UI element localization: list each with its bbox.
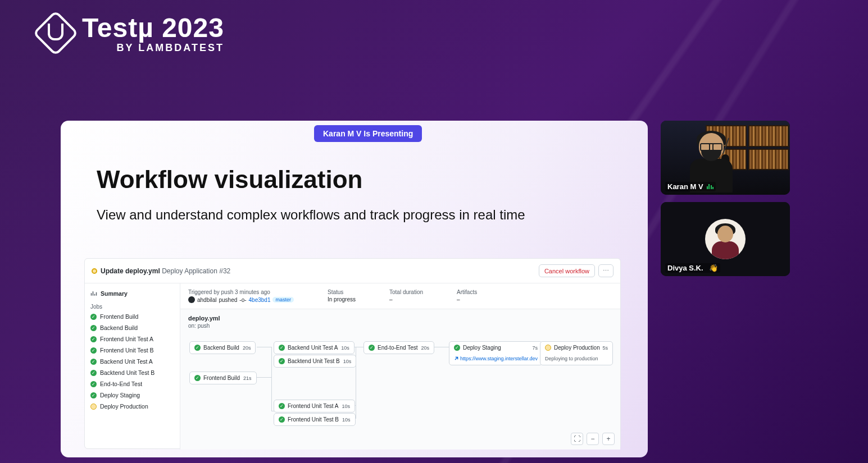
actor-avatar — [188, 296, 195, 303]
workflow-graph[interactable]: deploy.yml on: push — [180, 309, 620, 450]
check-icon: ✓ — [90, 370, 97, 376]
sidebar-job-item[interactable]: ✓Frontend Unit Test B — [90, 345, 174, 356]
check-icon: ✓ — [90, 325, 97, 331]
sidebar-job-item[interactable]: ✓Backtend Unit Test B — [90, 367, 174, 378]
graph-icon — [90, 290, 97, 297]
zoom-out-button[interactable]: − — [587, 433, 599, 445]
actor-action: pushed — [219, 297, 237, 303]
check-icon: ✓ — [279, 416, 285, 423]
connector-line — [434, 347, 449, 347]
actor-name[interactable]: ahdbilal — [197, 297, 216, 303]
connector-line — [257, 377, 271, 378]
job-label: Deploy Production — [100, 403, 148, 410]
node-label: Deploy Staging — [463, 345, 501, 351]
fit-button[interactable]: ⛶ — [571, 433, 583, 445]
sidebar-summary[interactable]: Summary — [90, 288, 174, 300]
check-icon: ✓ — [90, 336, 97, 342]
sidebar-job-item[interactable]: ✓Backend Build — [90, 322, 174, 333]
sidebar-job-item[interactable]: ✓Deploy Staging — [90, 389, 174, 401]
job-label: Backend Unit Test A — [100, 358, 153, 365]
sidebar-job-item[interactable]: ✓Backend Unit Test A — [90, 356, 174, 367]
duration-label: Total duration — [389, 289, 423, 295]
run-header: Update deploy.yml Deploy Application #32… — [85, 259, 620, 283]
node-backend-build[interactable]: ✓Backend Build 20s — [189, 341, 256, 354]
check-icon: ✓ — [90, 347, 97, 354]
node-duration: 10s — [341, 345, 349, 351]
job-label: End-to-End Test — [100, 381, 142, 387]
slide-title: Workflow visualization — [97, 166, 612, 194]
sidebar-job-item[interactable]: ✓Frontend Unit Test A — [90, 333, 174, 345]
artifacts-label: Artifacts — [457, 289, 477, 295]
external-link-icon — [454, 356, 458, 361]
lambdatest-logo-icon — [33, 10, 79, 56]
cancel-workflow-button[interactable]: Cancel workflow — [539, 264, 595, 277]
check-icon: ✓ — [194, 345, 201, 351]
node-label: Frontend Unit Test A — [288, 403, 338, 409]
check-icon: ✓ — [90, 392, 97, 398]
run-menu-button[interactable]: ⋯ — [598, 264, 613, 277]
check-icon: ✓ — [90, 359, 97, 365]
job-label: Backtend Unit Test B — [100, 369, 154, 376]
check-icon: ✓ — [194, 375, 201, 381]
node-frontend-ut-b[interactable]: ✓Frontend Unit Test B 10s — [274, 413, 356, 426]
node-frontend-ut-a[interactable]: ✓Frontend Unit Test A 10s — [274, 400, 355, 412]
node-duration: 21s — [243, 375, 252, 381]
avatar — [705, 219, 746, 259]
node-duration: 10s — [342, 404, 350, 409]
triggered-label: Triggered by push 3 minutes ago — [188, 289, 294, 295]
node-duration: 20s — [243, 345, 251, 351]
node-label: Deploy Production — [554, 345, 600, 351]
node-frontend-build[interactable]: ✓Frontend Build 21s — [189, 372, 257, 384]
duration-value: – — [389, 296, 423, 302]
run-meta: Triggered by push 3 minutes ago ahdbilal… — [180, 283, 620, 309]
pending-icon — [545, 345, 551, 351]
node-label: Backtend Unit Test B — [288, 358, 340, 364]
workflow-trigger: on: push — [188, 323, 612, 329]
node-duration: 10s — [342, 417, 351, 423]
workflow-file: deploy.yml — [188, 315, 612, 322]
check-icon: ✓ — [454, 345, 460, 351]
pending-icon — [90, 404, 97, 410]
participant-tile-host[interactable]: Divya S.K. 👋 — [661, 202, 790, 276]
connector-line — [356, 347, 363, 347]
wave-emoji: 👋 — [709, 264, 718, 272]
job-label: Frontend Unit Test B — [100, 347, 154, 354]
sidebar-job-item[interactable]: Deploy Production — [90, 401, 174, 412]
node-label: Frontend Unit Test B — [288, 416, 339, 423]
job-label: Frontend Build — [100, 313, 138, 320]
job-label: Frontend Unit Test A — [100, 336, 153, 342]
node-label: Backend Unit Test A — [288, 345, 338, 351]
node-e2e-test[interactable]: ✓End-to-End Test 20s — [363, 341, 434, 354]
participant-name-label: Divya S.K. 👋 — [665, 263, 720, 273]
prod-subnote: Deploying to production — [545, 356, 598, 361]
node-backend-ut-a[interactable]: ✓Backend Unit Test A 10s — [274, 341, 355, 354]
node-backend-ut-b[interactable]: ✓Backtend Unit Test B 10s — [274, 355, 356, 368]
presenter-badge: Karan M V Is Presenting — [314, 125, 422, 142]
staging-url-link[interactable]: https://www.staging.interstellar.dev — [454, 356, 538, 361]
brand-subtitle: BY LAMBDATEST — [82, 42, 224, 54]
commit-message: Update deploy.yml — [101, 267, 160, 275]
node-deploy-production[interactable]: Deploy Production 5s Deploying to produc… — [540, 341, 613, 365]
job-label: Deploy Staging — [100, 392, 140, 398]
node-label: End-to-End Test — [378, 345, 418, 351]
participant-tile-presenter[interactable]: Karan M V — [661, 121, 790, 195]
node-duration: 7s — [533, 345, 538, 351]
github-actions-panel: Update deploy.yml Deploy Application #32… — [84, 258, 621, 449]
check-icon: ✓ — [90, 314, 97, 320]
status-label: Status — [328, 289, 356, 295]
node-duration: 5s — [602, 345, 608, 351]
slide-subtitle: View and understand complex workflows an… — [97, 206, 591, 224]
event-brand: Testµ 2023 BY LAMBDATEST — [39, 12, 224, 54]
node-deploy-staging[interactable]: ✓Deploy Staging 7s https://www.staging.i… — [449, 341, 543, 365]
commit-sha[interactable]: 4be3bd1 — [249, 297, 271, 303]
jobs-sidebar: Summary Jobs ✓Frontend Build✓Backend Bui… — [85, 283, 180, 450]
sidebar-job-item[interactable]: ✓End-to-End Test — [90, 378, 174, 389]
job-label: Backend Build — [100, 324, 138, 331]
zoom-in-button[interactable]: + — [602, 433, 615, 445]
run-title: Update deploy.yml Deploy Application #32 — [101, 267, 230, 275]
sidebar-job-item[interactable]: ✓Frontend Build — [90, 311, 174, 322]
branch-tag[interactable]: master — [272, 297, 294, 302]
audio-level-icon — [707, 184, 714, 189]
status-pending-icon — [92, 268, 97, 274]
participant-name-label: Karan M V — [665, 182, 716, 191]
